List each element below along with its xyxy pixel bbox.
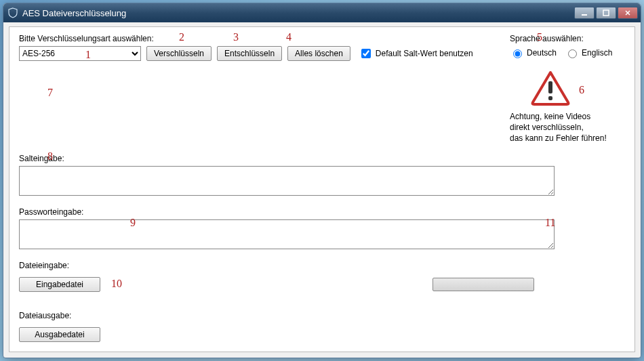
warning-text: Achtung, keine Videos direkt verschlüsse…	[510, 111, 625, 144]
svg-rect-4	[548, 81, 552, 93]
default-salt-checkbox-input[interactable]	[361, 49, 371, 58]
lang-english-option[interactable]: Englisch	[565, 47, 612, 58]
svg-rect-1	[603, 10, 609, 16]
lang-german-radio[interactable]	[513, 49, 522, 58]
svg-rect-0	[582, 14, 587, 16]
svg-rect-5	[548, 96, 552, 100]
decrypt-button[interactable]: Entschlüsseln	[217, 46, 282, 61]
app-window: AES Dateiverschlüsselung Bitte Verschlüs…	[3, 3, 641, 358]
minimize-button[interactable]	[574, 7, 595, 19]
salt-label: Salteingabe:	[19, 154, 625, 163]
client-area: Bitte Verschlüsselungsart auswählen: AES…	[9, 26, 635, 352]
encryption-type-label: Bitte Verschlüsselungsart auswählen:	[19, 34, 473, 43]
encryption-type-dropdown[interactable]: AES-256	[19, 46, 141, 61]
warning-icon	[530, 70, 571, 106]
desktop-background: AES Dateiverschlüsselung Bitte Verschlüs…	[0, 0, 644, 361]
encrypt-button[interactable]: Verschlüsseln	[146, 46, 212, 61]
clear-button[interactable]: Alles löschen	[287, 46, 350, 61]
output-file-button[interactable]: Ausgabedatei	[19, 327, 100, 342]
default-salt-label: Default Salt-Wert benutzen	[376, 49, 473, 58]
window-title: AES Dateiverschlüsselung	[22, 8, 574, 18]
file-output-label: Dateiausgabe:	[19, 311, 625, 320]
salt-input[interactable]	[19, 166, 555, 196]
shield-icon	[7, 7, 18, 18]
input-file-button[interactable]: Eingabedatei	[19, 277, 100, 292]
lang-german-option[interactable]: Deutsch	[510, 47, 557, 58]
password-label: Passworteingabe:	[19, 207, 625, 217]
lang-german-label: Deutsch	[527, 48, 557, 58]
maximize-button[interactable]	[596, 7, 616, 19]
default-salt-checkbox[interactable]: Default Salt-Wert benutzen	[359, 47, 473, 60]
lang-english-label: Englisch	[582, 48, 612, 58]
password-input[interactable]	[19, 219, 555, 249]
progress-bar	[432, 278, 534, 291]
close-button[interactable]	[618, 7, 638, 19]
titlebar[interactable]: AES Dateiverschlüsselung	[3, 3, 641, 22]
language-heading: Sprache auswählen:	[510, 34, 625, 43]
lang-english-radio[interactable]	[568, 49, 577, 58]
file-input-label: Dateieingabe:	[19, 261, 625, 270]
